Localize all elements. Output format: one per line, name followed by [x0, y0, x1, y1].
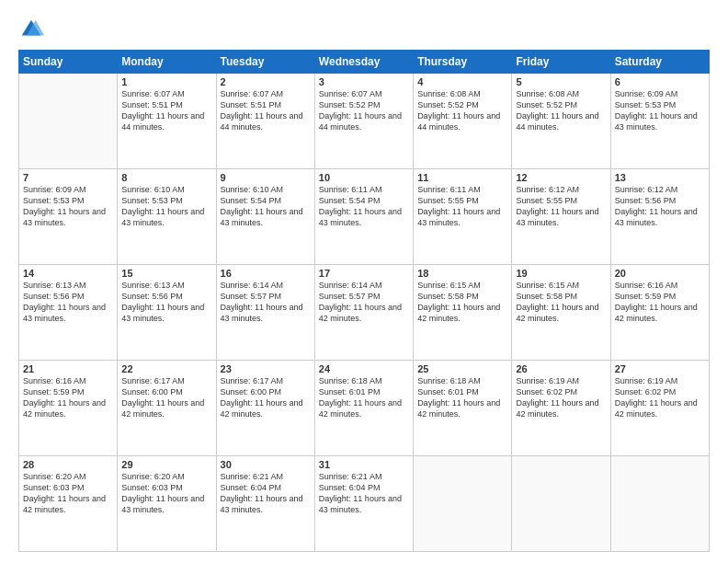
day-detail: Sunrise: 6:11 AMSunset: 5:54 PMDaylight:… — [319, 184, 409, 229]
day-number: 4 — [417, 76, 507, 87]
calendar-cell: 18Sunrise: 6:15 AMSunset: 5:58 PMDayligh… — [414, 265, 512, 361]
day-number: 17 — [319, 268, 409, 279]
calendar-cell: 1Sunrise: 6:07 AMSunset: 5:51 PMDaylight… — [118, 74, 216, 169]
logo — [18, 17, 48, 42]
weekday-header: Monday — [118, 51, 216, 74]
weekday-header: Tuesday — [216, 51, 314, 74]
calendar-cell: 22Sunrise: 6:17 AMSunset: 6:00 PMDayligh… — [118, 361, 216, 456]
day-detail: Sunrise: 6:17 AMSunset: 6:00 PMDaylight:… — [221, 375, 311, 420]
day-number: 1 — [121, 76, 211, 87]
weekday-header: Friday — [512, 51, 610, 74]
day-number: 6 — [615, 76, 705, 87]
calendar-cell: 8Sunrise: 6:10 AMSunset: 5:53 PMDaylight… — [118, 169, 216, 265]
calendar-row: 1Sunrise: 6:07 AMSunset: 5:51 PMDaylight… — [19, 74, 710, 169]
day-number: 21 — [23, 363, 113, 374]
day-detail: Sunrise: 6:16 AMSunset: 5:59 PMDaylight:… — [23, 375, 113, 420]
calendar-cell — [19, 74, 118, 169]
calendar-cell: 29Sunrise: 6:20 AMSunset: 6:03 PMDayligh… — [118, 456, 216, 552]
calendar-cell: 11Sunrise: 6:11 AMSunset: 5:55 PMDayligh… — [414, 169, 512, 265]
day-number: 10 — [319, 172, 409, 183]
day-number: 15 — [121, 268, 211, 279]
day-detail: Sunrise: 6:14 AMSunset: 5:57 PMDaylight:… — [319, 280, 409, 325]
day-detail: Sunrise: 6:10 AMSunset: 5:53 PMDaylight:… — [121, 184, 211, 229]
day-number: 23 — [221, 363, 311, 374]
day-detail: Sunrise: 6:18 AMSunset: 6:01 PMDaylight:… — [319, 375, 409, 420]
day-detail: Sunrise: 6:21 AMSunset: 6:04 PMDaylight:… — [221, 471, 311, 516]
calendar-cell: 2Sunrise: 6:07 AMSunset: 5:51 PMDaylight… — [216, 74, 314, 169]
calendar-cell: 5Sunrise: 6:08 AMSunset: 5:52 PMDaylight… — [512, 74, 610, 169]
day-number: 8 — [121, 172, 211, 183]
logo-icon — [18, 17, 44, 42]
day-detail: Sunrise: 6:18 AMSunset: 6:01 PMDaylight:… — [417, 375, 507, 420]
calendar-table: SundayMondayTuesdayWednesdayThursdayFrid… — [18, 50, 710, 552]
day-detail: Sunrise: 6:21 AMSunset: 6:04 PMDaylight:… — [319, 471, 409, 516]
day-number: 27 — [615, 363, 705, 374]
calendar-header-row: SundayMondayTuesdayWednesdayThursdayFrid… — [19, 51, 710, 74]
day-number: 22 — [121, 363, 211, 374]
day-number: 30 — [221, 459, 311, 470]
day-number: 7 — [23, 172, 113, 183]
day-detail: Sunrise: 6:12 AMSunset: 5:55 PMDaylight:… — [516, 184, 606, 229]
day-number: 28 — [23, 459, 113, 470]
calendar-row: 7Sunrise: 6:09 AMSunset: 5:53 PMDaylight… — [19, 169, 710, 265]
calendar-cell: 19Sunrise: 6:15 AMSunset: 5:58 PMDayligh… — [512, 265, 610, 361]
day-number: 26 — [516, 363, 606, 374]
calendar-cell: 6Sunrise: 6:09 AMSunset: 5:53 PMDaylight… — [610, 74, 709, 169]
weekday-header: Wednesday — [314, 51, 413, 74]
day-number: 5 — [516, 76, 606, 87]
weekday-header: Thursday — [414, 51, 512, 74]
weekday-header: Sunday — [19, 51, 118, 74]
day-detail: Sunrise: 6:07 AMSunset: 5:51 PMDaylight:… — [121, 88, 211, 133]
calendar-cell: 12Sunrise: 6:12 AMSunset: 5:55 PMDayligh… — [512, 169, 610, 265]
calendar-cell — [610, 456, 709, 552]
day-detail: Sunrise: 6:19 AMSunset: 6:02 PMDaylight:… — [516, 375, 606, 420]
day-detail: Sunrise: 6:07 AMSunset: 5:51 PMDaylight:… — [221, 88, 311, 133]
day-detail: Sunrise: 6:14 AMSunset: 5:57 PMDaylight:… — [221, 280, 311, 325]
day-detail: Sunrise: 6:17 AMSunset: 6:00 PMDaylight:… — [121, 375, 211, 420]
day-detail: Sunrise: 6:13 AMSunset: 5:56 PMDaylight:… — [121, 280, 211, 325]
calendar-cell: 17Sunrise: 6:14 AMSunset: 5:57 PMDayligh… — [314, 265, 413, 361]
calendar-cell: 24Sunrise: 6:18 AMSunset: 6:01 PMDayligh… — [314, 361, 413, 456]
day-detail: Sunrise: 6:15 AMSunset: 5:58 PMDaylight:… — [417, 280, 507, 325]
day-number: 14 — [23, 268, 113, 279]
calendar-cell: 31Sunrise: 6:21 AMSunset: 6:04 PMDayligh… — [314, 456, 413, 552]
calendar-cell: 7Sunrise: 6:09 AMSunset: 5:53 PMDaylight… — [19, 169, 118, 265]
day-detail: Sunrise: 6:19 AMSunset: 6:02 PMDaylight:… — [615, 375, 705, 420]
day-detail: Sunrise: 6:20 AMSunset: 6:03 PMDaylight:… — [121, 471, 211, 516]
day-number: 20 — [615, 268, 705, 279]
calendar-cell: 13Sunrise: 6:12 AMSunset: 5:56 PMDayligh… — [610, 169, 709, 265]
calendar-cell: 14Sunrise: 6:13 AMSunset: 5:56 PMDayligh… — [19, 265, 118, 361]
day-detail: Sunrise: 6:11 AMSunset: 5:55 PMDaylight:… — [417, 184, 507, 229]
day-detail: Sunrise: 6:09 AMSunset: 5:53 PMDaylight:… — [23, 184, 113, 229]
day-detail: Sunrise: 6:09 AMSunset: 5:53 PMDaylight:… — [615, 88, 705, 133]
day-number: 11 — [417, 172, 507, 183]
day-detail: Sunrise: 6:10 AMSunset: 5:54 PMDaylight:… — [221, 184, 311, 229]
day-detail: Sunrise: 6:08 AMSunset: 5:52 PMDaylight:… — [516, 88, 606, 133]
calendar-cell: 3Sunrise: 6:07 AMSunset: 5:52 PMDaylight… — [314, 74, 413, 169]
calendar-cell: 20Sunrise: 6:16 AMSunset: 5:59 PMDayligh… — [610, 265, 709, 361]
calendar-cell: 16Sunrise: 6:14 AMSunset: 5:57 PMDayligh… — [216, 265, 314, 361]
day-number: 25 — [417, 363, 507, 374]
day-detail: Sunrise: 6:20 AMSunset: 6:03 PMDaylight:… — [23, 471, 113, 516]
day-number: 2 — [221, 76, 311, 87]
day-number: 3 — [319, 76, 409, 87]
day-number: 19 — [516, 268, 606, 279]
weekday-header: Saturday — [610, 51, 709, 74]
calendar-cell: 4Sunrise: 6:08 AMSunset: 5:52 PMDaylight… — [414, 74, 512, 169]
day-number: 18 — [417, 268, 507, 279]
day-number: 31 — [319, 459, 409, 470]
day-detail: Sunrise: 6:13 AMSunset: 5:56 PMDaylight:… — [23, 280, 113, 325]
calendar-cell: 10Sunrise: 6:11 AMSunset: 5:54 PMDayligh… — [314, 169, 413, 265]
calendar-cell: 25Sunrise: 6:18 AMSunset: 6:01 PMDayligh… — [414, 361, 512, 456]
day-detail: Sunrise: 6:16 AMSunset: 5:59 PMDaylight:… — [615, 280, 705, 325]
day-detail: Sunrise: 6:08 AMSunset: 5:52 PMDaylight:… — [417, 88, 507, 133]
day-number: 13 — [615, 172, 705, 183]
day-detail: Sunrise: 6:07 AMSunset: 5:52 PMDaylight:… — [319, 88, 409, 133]
calendar-cell: 15Sunrise: 6:13 AMSunset: 5:56 PMDayligh… — [118, 265, 216, 361]
day-detail: Sunrise: 6:12 AMSunset: 5:56 PMDaylight:… — [615, 184, 705, 229]
calendar-row: 14Sunrise: 6:13 AMSunset: 5:56 PMDayligh… — [19, 265, 710, 361]
calendar-cell: 23Sunrise: 6:17 AMSunset: 6:00 PMDayligh… — [216, 361, 314, 456]
calendar-cell: 9Sunrise: 6:10 AMSunset: 5:54 PMDaylight… — [216, 169, 314, 265]
day-number: 16 — [221, 268, 311, 279]
day-detail: Sunrise: 6:15 AMSunset: 5:58 PMDaylight:… — [516, 280, 606, 325]
